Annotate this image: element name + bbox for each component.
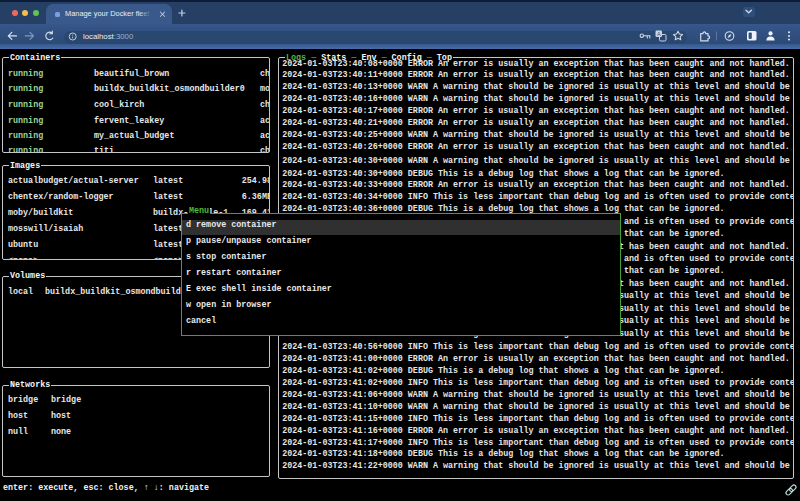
svg-text:A: A	[657, 31, 661, 37]
